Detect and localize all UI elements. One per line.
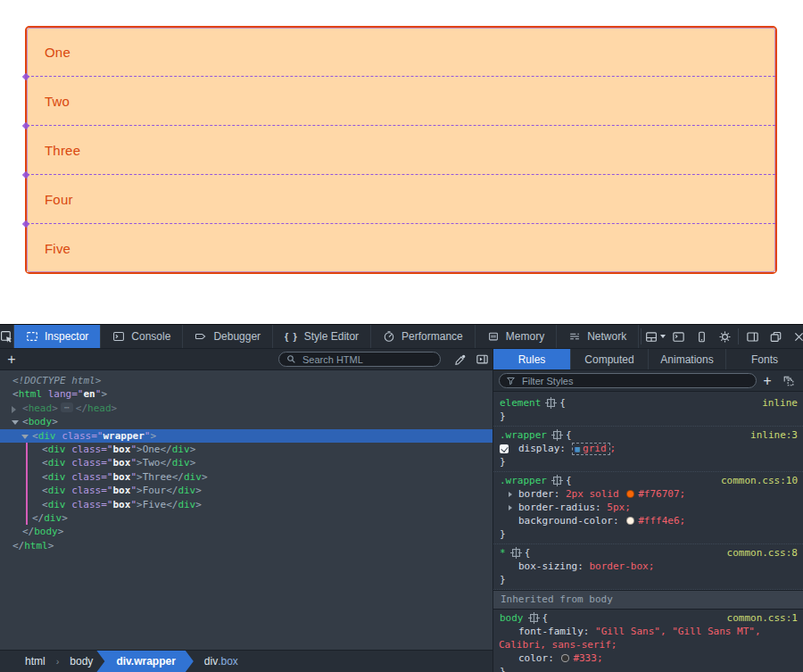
rule-selector[interactable]: .wrapper <box>500 475 547 486</box>
property-value[interactable]: #333 <box>573 652 597 664</box>
property-value[interactable]: #f76707 <box>638 488 679 500</box>
rule-selector-line[interactable]: common.css:10.wrapper{ <box>493 474 803 487</box>
expander-down-icon[interactable] <box>12 420 19 425</box>
sidebar-tab-rules[interactable]: Rules <box>493 349 571 369</box>
rule-selector[interactable]: body <box>500 612 524 624</box>
property-value[interactable]: grid <box>583 443 607 454</box>
property-name[interactable]: border-radius <box>518 502 595 513</box>
highlighter-target-icon[interactable] <box>553 477 561 485</box>
dock-layout-icon[interactable] <box>643 325 666 348</box>
open-brace: { <box>542 612 549 624</box>
highlighter-target-icon[interactable] <box>512 549 520 557</box>
css-declaration[interactable]: border-radius: 5px; <box>493 501 803 514</box>
stylesheet-link[interactable]: inline:3 <box>750 428 803 442</box>
highlighter-target-icon[interactable] <box>553 431 561 439</box>
property-value[interactable]: 5px <box>607 502 625 513</box>
three-pane-toggle-icon[interactable] <box>471 349 493 369</box>
sidebar-toggle-icon[interactable] <box>741 325 764 348</box>
eyedropper-icon[interactable] <box>450 349 471 369</box>
color-swatch[interactable] <box>561 654 569 662</box>
expander-right-icon[interactable] <box>12 406 16 413</box>
add-rule-icon[interactable]: + <box>757 370 778 391</box>
color-swatch[interactable] <box>626 517 634 525</box>
tab-debugger[interactable]: Debugger <box>183 325 273 348</box>
shorthand-expander-icon[interactable] <box>509 505 512 510</box>
breadcrumb-item-active[interactable]: div.wrapper <box>96 651 193 672</box>
markup-node-line[interactable]: </html> <box>0 539 493 552</box>
rule-selector-line[interactable]: inline:3.wrapper{ <box>493 428 803 442</box>
tab-style-editor[interactable]: { } Style Editor <box>273 325 371 348</box>
grid-value-box[interactable]: ▦grid <box>572 443 610 455</box>
responsive-mode-icon[interactable] <box>690 325 713 348</box>
property-name[interactable]: background-color <box>518 515 613 527</box>
rule-selector[interactable]: * <box>500 547 506 559</box>
color-swatch[interactable] <box>626 490 634 498</box>
breadcrumb-item[interactable]: html <box>14 651 56 672</box>
filter-styles-input[interactable] <box>520 375 749 387</box>
close-icon[interactable] <box>787 325 803 348</box>
tab-console[interactable]: Console <box>101 325 183 348</box>
stylesheet-link[interactable]: inline <box>762 396 803 410</box>
grid-box: Four <box>27 174 775 223</box>
property-value[interactable]: #fff4e6 <box>638 515 679 527</box>
markup-node-line[interactable]: <div class="box">Five</div> <box>0 498 493 511</box>
shorthand-expander-icon[interactable] <box>509 492 512 497</box>
declaration-checkbox[interactable] <box>500 444 509 453</box>
rule-selector-line[interactable]: common.css:1body{ <box>493 611 803 625</box>
markup-node-line[interactable]: <div class="wrapper"> <box>0 429 493 443</box>
tab-performance[interactable]: Performance <box>371 325 476 348</box>
search-input[interactable] <box>301 353 433 366</box>
property-name[interactable]: display <box>518 443 559 454</box>
markup-node-line[interactable]: <div class="box">One</div> <box>0 443 493 456</box>
stylesheet-link[interactable]: common.css:10 <box>721 474 803 487</box>
filter-styles-box[interactable] <box>499 373 757 388</box>
element-picker-icon[interactable] <box>0 325 14 348</box>
markup-node-line[interactable]: <div class="box">Four</div> <box>0 484 493 497</box>
tab-inspector[interactable]: Inspector <box>14 325 101 348</box>
markup-node-line[interactable]: </body> <box>0 525 493 538</box>
markup-node-line[interactable]: <head>⋯</head> <box>0 402 493 415</box>
stylesheet-link[interactable]: common.css:1 <box>727 611 803 625</box>
markup-node-line[interactable]: <!DOCTYPE html> <box>0 374 493 387</box>
property-name[interactable]: color <box>518 652 548 664</box>
property-name[interactable]: border <box>518 488 554 500</box>
markup-node-line[interactable]: <div class="box">Two</div> <box>0 456 493 469</box>
css-declaration[interactable]: font-family: "Gill Sans", "Gill Sans MT"… <box>493 625 803 651</box>
expander-down-icon[interactable] <box>21 435 29 439</box>
css-declaration[interactable]: box-sizing: border-box; <box>493 560 803 573</box>
popout-window-icon[interactable] <box>764 325 787 348</box>
highlighter-target-icon[interactable] <box>530 614 538 622</box>
breadcrumb-item[interactable]: div.box <box>194 651 249 672</box>
css-declaration[interactable]: border: 2px solid #f76707; <box>493 487 803 501</box>
tab-network[interactable]: Network <box>557 325 639 348</box>
property-name[interactable]: font-family <box>518 626 584 637</box>
markup-node-line[interactable]: </div> <box>0 511 493 525</box>
rule-selector[interactable]: .wrapper <box>500 429 547 441</box>
pseudo-class-panel-icon[interactable] <box>778 370 799 391</box>
property-value[interactable]: border-box <box>589 560 648 572</box>
split-console-icon[interactable] <box>666 325 690 348</box>
rule-selector-line[interactable]: common.css:8*{ <box>493 546 803 560</box>
markup-token: " <box>130 485 137 496</box>
highlighter-target-icon[interactable] <box>547 399 555 407</box>
property-value[interactable]: 2px solid <box>566 488 625 500</box>
property-name[interactable]: box-sizing <box>518 560 577 572</box>
sidebar-tab-animations[interactable]: Animations <box>649 349 726 369</box>
debugger-tab-icon <box>195 330 207 343</box>
markup-node-line[interactable]: <html lang="en"> <box>0 387 493 401</box>
sidebar-tab-fonts[interactable]: Fonts <box>726 349 803 369</box>
sidebar-tab-computed[interactable]: Computed <box>571 349 649 369</box>
markup-node-line[interactable]: <body> <box>0 415 493 428</box>
css-declaration[interactable]: background-color: #fff4e6; <box>493 514 803 527</box>
css-declaration[interactable]: display: ▦grid; <box>493 442 803 455</box>
markup-node-line[interactable]: <div class="box">Three</div> <box>0 470 493 484</box>
add-node-button[interactable]: + <box>0 350 23 369</box>
breadcrumb-item[interactable]: body <box>59 651 103 672</box>
settings-gear-icon[interactable] <box>713 325 736 348</box>
stylesheet-link[interactable]: common.css:8 <box>727 546 803 560</box>
search-html-box[interactable] <box>278 352 441 367</box>
css-declaration[interactable]: color: #333; <box>493 651 803 665</box>
rule-selector-line[interactable]: inlineelement{ <box>493 396 803 410</box>
tab-memory[interactable]: Memory <box>476 325 557 348</box>
rule-selector[interactable]: element <box>500 397 541 409</box>
